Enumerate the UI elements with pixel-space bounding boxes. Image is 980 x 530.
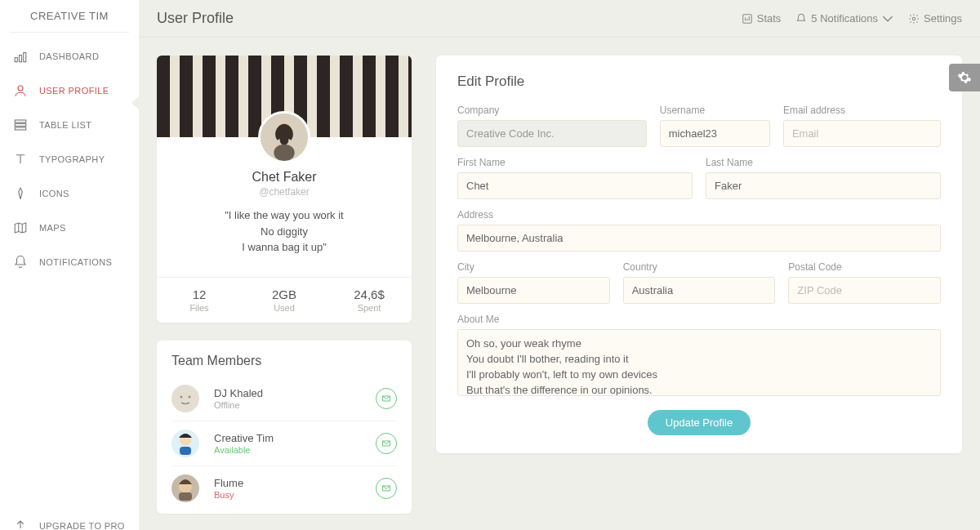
topbar-settings-label: Settings	[924, 12, 962, 24]
map-icon	[13, 220, 28, 235]
settings-fab[interactable]	[949, 64, 980, 91]
stat-value: 24,6$	[327, 287, 412, 301]
svg-rect-2	[24, 53, 26, 62]
sidebar-item-icons[interactable]: ICONS	[5, 176, 134, 211]
label: Email address	[783, 105, 941, 116]
team-member: Flume Busy	[172, 465, 397, 510]
bell-icon	[13, 255, 28, 269]
update-profile-button[interactable]: Update Profile	[648, 410, 751, 435]
stat-label: Used	[242, 303, 327, 313]
envelope-icon	[381, 483, 391, 493]
sidebar-item-user-profile[interactable]: USER PROFILE	[5, 73, 134, 108]
field-username: Username	[660, 105, 770, 147]
list-icon	[13, 118, 28, 132]
user-icon	[13, 83, 28, 98]
svg-rect-18	[180, 447, 191, 455]
svg-rect-4	[15, 120, 26, 122]
sidebar-item-maps[interactable]: MAPS	[5, 211, 134, 245]
topbar-notifications[interactable]: 5 Notifications	[795, 12, 893, 24]
label: Username	[660, 105, 770, 116]
page-title: User Profile	[157, 10, 234, 27]
stat-label: Files	[157, 303, 242, 313]
sidebar-item-dashboard[interactable]: DASHBOARD	[5, 39, 134, 73]
topbar-notifications-label: 5 Notifications	[811, 12, 878, 24]
pen-icon	[13, 186, 28, 201]
gear-icon	[957, 70, 972, 85]
svg-point-15	[189, 395, 191, 398]
label: Last Name	[706, 157, 941, 168]
about-textarea[interactable]: Oh so, your weak rhyme You doubt I'll bo…	[457, 329, 941, 396]
brand[interactable]: CREATIVE TIM	[0, 0, 139, 32]
sidebar-item-label: NOTIFICATIONS	[39, 257, 112, 267]
sidebar-item-table-list[interactable]: TABLE LIST	[5, 108, 134, 142]
sidebar-item-label: TABLE LIST	[39, 120, 91, 130]
sidebar: CREATIVE TIM DASHBOARD USER PROFILE TABL…	[0, 0, 139, 530]
postal-code-input[interactable]	[788, 277, 941, 304]
field-last-name: Last Name	[706, 157, 941, 199]
field-email: Email address	[783, 105, 941, 147]
member-avatar	[172, 385, 199, 412]
field-company: Company	[457, 105, 647, 147]
chevron-down-icon	[882, 13, 893, 24]
svg-rect-12	[274, 145, 294, 161]
sidebar-item-label: TYPOGRAPHY	[39, 154, 105, 164]
field-about: About Me Oh so, your weak rhyme You doub…	[457, 314, 941, 399]
topbar-stats[interactable]: Stats	[742, 12, 782, 24]
label: Postal Code	[788, 261, 941, 273]
label: Country	[623, 261, 776, 273]
stat-value: 2GB	[242, 287, 327, 301]
sidebar-item-label: MAPS	[39, 223, 66, 233]
team-card: Team Members DJ Khaled Offline Creative …	[157, 341, 412, 514]
label: First Name	[457, 157, 693, 168]
username-input[interactable]	[660, 120, 770, 147]
profile-quote: "I like the way you work it No diggity I…	[170, 207, 399, 256]
profile-card: Chet Faker @chetfaker "I like the way yo…	[157, 56, 412, 323]
city-input[interactable]	[457, 277, 610, 304]
first-name-input[interactable]	[457, 172, 693, 199]
sidebar-upgrade[interactable]: UPGRADE TO PRO	[8, 509, 131, 531]
member-status: Available	[214, 445, 274, 455]
text-icon	[13, 152, 28, 167]
svg-rect-21	[179, 492, 192, 501]
chart-icon	[742, 13, 753, 24]
member-status: Busy	[214, 490, 243, 500]
svg-point-11	[280, 133, 289, 145]
envelope-icon	[381, 394, 391, 403]
label: City	[457, 261, 610, 273]
address-input[interactable]	[457, 225, 941, 252]
topbar-settings[interactable]: Settings	[908, 12, 962, 24]
last-name-input[interactable]	[706, 172, 941, 199]
email-input[interactable]	[783, 120, 941, 147]
profile-name: Chet Faker	[170, 170, 399, 185]
stat-used: 2GB Used	[242, 278, 327, 323]
member-name: DJ Khaled	[214, 387, 263, 399]
sidebar-item-notifications[interactable]: NOTIFICATIONS	[5, 245, 134, 279]
message-button[interactable]	[376, 388, 397, 409]
country-input[interactable]	[623, 277, 776, 304]
avatar[interactable]	[258, 111, 310, 163]
label: Company	[457, 105, 647, 116]
sidebar-item-label: ICONS	[39, 189, 69, 198]
speedometer-icon	[13, 49, 28, 64]
message-button[interactable]	[376, 478, 397, 499]
field-city: City	[457, 261, 610, 304]
team-member: DJ Khaled Offline	[172, 376, 397, 421]
svg-rect-0	[15, 58, 17, 62]
svg-point-14	[180, 395, 183, 398]
active-notch	[131, 96, 139, 109]
topbar: User Profile Stats 5 Notifications Setti…	[139, 0, 980, 38]
cover-image	[157, 56, 412, 137]
message-button[interactable]	[376, 433, 397, 454]
svg-point-8	[912, 17, 915, 20]
bell-icon	[795, 13, 807, 24]
gear-icon	[908, 13, 920, 24]
sidebar-item-typography[interactable]: TYPOGRAPHY	[5, 142, 134, 176]
team-member: Creative Tim Available	[172, 421, 397, 465]
profile-stats: 12 Files 2GB Used 24,6$ Spent	[157, 277, 412, 323]
member-avatar	[172, 430, 199, 457]
topbar-stats-label: Stats	[757, 12, 782, 24]
sidebar-item-label: USER PROFILE	[39, 86, 109, 96]
stat-label: Spent	[327, 303, 412, 313]
field-postal: Postal Code	[788, 261, 941, 304]
envelope-icon	[381, 439, 391, 448]
